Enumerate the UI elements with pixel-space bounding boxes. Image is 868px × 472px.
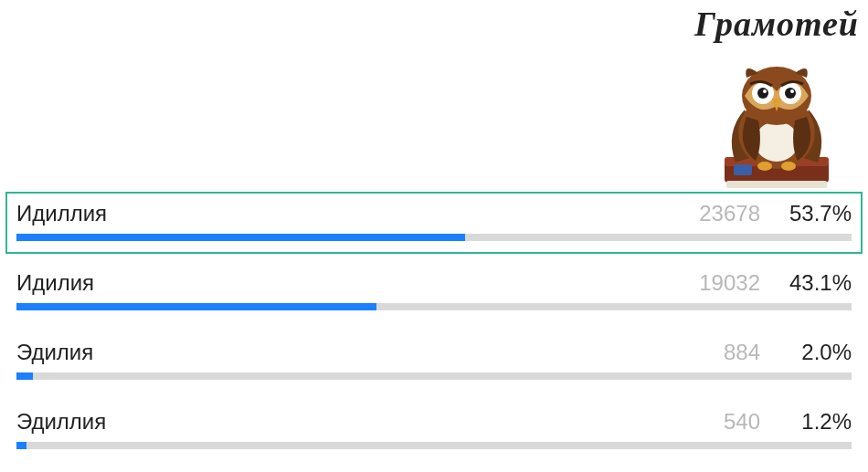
owl-on-book-icon bbox=[708, 46, 845, 192]
option-count: 884 bbox=[696, 340, 760, 365]
option-count: 19032 bbox=[696, 270, 760, 296]
option-percent: 53.7% bbox=[786, 201, 852, 226]
option-percent: 2.0% bbox=[786, 340, 852, 365]
option-label: Эдилия bbox=[16, 340, 696, 365]
option-percent: 43.1% bbox=[786, 270, 852, 296]
svg-point-14 bbox=[781, 162, 796, 171]
svg-point-12 bbox=[790, 89, 794, 93]
brand-title: Грамотей bbox=[694, 4, 859, 44]
option-percent: 1.2% bbox=[786, 409, 852, 435]
result-row: Эдилия 884 2.0% bbox=[5, 330, 863, 393]
brand-logo: Грамотей bbox=[694, 4, 859, 192]
result-row: Эдиллия 540 1.2% bbox=[5, 400, 863, 462]
option-label: Идилия bbox=[16, 270, 696, 296]
result-row: Идиллия 23678 53.7% bbox=[5, 192, 863, 254]
poll-results: Идиллия 23678 53.7% Идилия 19032 43.1% Э… bbox=[5, 192, 863, 469]
option-count: 23678 bbox=[696, 201, 760, 226]
bar-fill bbox=[16, 442, 26, 449]
bar-track bbox=[16, 234, 852, 241]
svg-point-10 bbox=[785, 88, 796, 99]
svg-rect-2 bbox=[726, 181, 827, 188]
option-count: 540 bbox=[696, 409, 760, 435]
option-label: Идиллия bbox=[16, 201, 696, 226]
bar-track bbox=[16, 442, 852, 449]
svg-point-9 bbox=[757, 88, 768, 99]
bar-fill bbox=[16, 303, 376, 310]
svg-point-11 bbox=[763, 89, 767, 93]
bar-fill bbox=[16, 372, 33, 380]
svg-rect-3 bbox=[734, 164, 752, 175]
bar-track bbox=[16, 372, 852, 380]
bar-track bbox=[16, 303, 852, 310]
option-label: Эдиллия bbox=[16, 409, 696, 435]
result-row: Идилия 19032 43.1% bbox=[5, 261, 863, 323]
bar-fill bbox=[16, 234, 465, 241]
svg-point-13 bbox=[757, 162, 772, 171]
svg-point-5 bbox=[755, 121, 799, 162]
